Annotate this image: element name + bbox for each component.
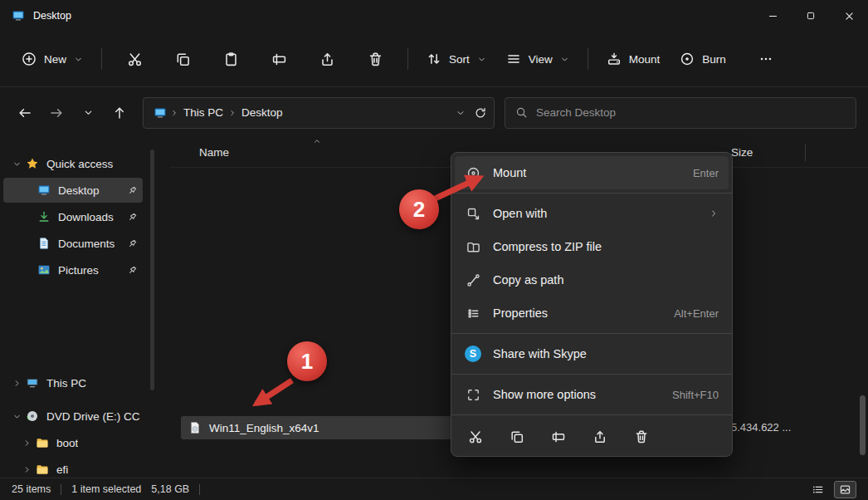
navigation-bar: This PC Desktop [0,87,868,138]
context-menu-item-properties[interactable]: Properties Alt+Enter [455,297,729,330]
delete-button[interactable] [357,43,393,75]
context-rename-button[interactable] [543,423,573,451]
dvd-disc-icon [25,409,40,423]
sidebar-item-efi[interactable]: efi [3,457,143,478]
chevron-down-icon [477,55,486,64]
pin-icon [127,238,138,249]
chevron-right-icon[interactable] [18,439,35,448]
chevron-down-icon[interactable] [8,412,25,421]
details-view-icon [812,483,824,496]
sidebar-label: DVD Drive (E:) CC [46,410,140,423]
maximize-button[interactable] [792,0,830,32]
file-row-selected[interactable]: Win11_English_x64v1 [181,416,451,439]
breadcrumb-desktop[interactable]: Desktop [237,103,288,122]
sidebar-item-desktop[interactable]: Desktop [3,178,143,203]
share-icon [592,429,607,444]
step-number: 1 [301,349,313,375]
context-menu-label: Share with Skype [493,347,587,360]
details-view-button[interactable] [807,481,829,498]
sidebar-item-this-pc[interactable]: This PC [3,370,143,395]
sidebar-item-downloads[interactable]: Downloads [3,204,143,229]
up-button[interactable] [105,99,134,127]
forward-button[interactable] [41,99,71,127]
up-arrow-icon [112,105,127,120]
sidebar-item-dvd-drive[interactable]: DVD Drive (E:) CC [3,404,143,429]
thumbnail-view-button[interactable] [834,481,856,498]
folder-icon [35,463,50,476]
address-bar[interactable]: This PC Desktop [143,97,495,129]
sidebar-label: efi [56,463,68,476]
back-button[interactable] [10,99,40,127]
close-button[interactable] [830,0,868,32]
vertical-scrollbar[interactable] [860,395,866,455]
sort-ascending-icon [313,137,321,145]
recent-locations-button[interactable] [73,99,103,127]
chevron-down-icon [560,55,569,64]
new-label: New [44,53,66,66]
search-input[interactable] [536,106,846,119]
open-with-icon [465,207,481,221]
sidebar-item-quick-access[interactable]: Quick access [3,151,143,176]
window-title: Desktop [33,10,71,22]
cut-button[interactable] [116,43,153,75]
annotation-step-1: 1 [287,341,327,381]
trash-icon [368,51,383,67]
context-menu-shortcut: Shift+F10 [672,389,719,401]
context-menu-item-open-with[interactable]: Open with [455,197,729,230]
burn-button[interactable]: Burn [670,44,736,74]
chevron-right-icon[interactable] [18,465,35,474]
context-menu-label: Mount [493,166,526,179]
chevron-down-icon [74,55,83,64]
context-delete-button[interactable] [626,423,656,451]
paste-button[interactable] [212,43,249,75]
scissors-icon [127,51,143,67]
rename-icon [551,429,566,444]
plus-circle-icon [22,51,37,66]
sidebar-item-boot[interactable]: boot [3,430,143,455]
status-bar: 25 items 1 item selected 5,18 GB [0,478,868,500]
context-menu-label: Copy as path [493,273,563,287]
view-button[interactable]: View [496,44,579,74]
refresh-icon[interactable] [474,106,487,120]
location-icon [154,106,167,120]
sidebar-item-pictures[interactable]: Pictures [3,257,143,282]
pin-icon [127,265,138,276]
file-size: 5.434.622 ... [731,416,791,439]
new-button[interactable]: New [12,44,93,74]
context-menu-item-mount[interactable]: Mount Enter [455,156,729,189]
context-share-button[interactable] [584,423,615,451]
download-icon [37,210,51,223]
sidebar-scrollbar[interactable] [150,150,154,390]
paste-icon [223,51,239,67]
mount-button[interactable]: Mount [597,44,671,74]
properties-icon [465,306,481,321]
column-header-size[interactable]: Size [731,146,753,159]
copy-button[interactable] [164,43,201,75]
context-menu-item-copy-as-path[interactable]: Copy as path [455,263,729,297]
column-header-name[interactable]: Name [199,146,229,159]
sidebar-label: Documents [58,238,115,250]
desktop-window-icon [12,9,25,22]
context-menu-label: Show more options [493,388,596,401]
context-menu-item-share-skype[interactable]: S Share with Skype [455,337,729,370]
burn-icon [680,51,695,66]
search-box[interactable] [505,97,856,129]
chevron-down-icon[interactable] [8,159,25,169]
mount-icon [465,166,481,180]
more-options-button[interactable] [748,43,784,75]
column-divider[interactable] [805,145,806,161]
context-menu-item-compress-zip[interactable]: Compress to ZIP file [455,230,729,263]
sidebar-item-documents[interactable]: Documents [3,231,143,256]
context-menu-label: Properties [493,306,548,320]
context-menu-item-show-more-options[interactable]: Show more options Shift+F10 [455,378,729,411]
minimize-button[interactable] [753,0,792,32]
chevron-right-icon[interactable] [8,379,25,388]
share-button[interactable] [309,43,345,75]
rename-button[interactable] [261,43,297,75]
sidebar-label: Quick access [46,158,113,170]
context-copy-button[interactable] [501,423,532,451]
context-cut-button[interactable] [460,423,490,451]
breadcrumb-this-pc[interactable]: This PC [178,103,228,122]
address-dropdown-icon[interactable] [456,108,466,118]
sort-button[interactable]: Sort [417,44,496,74]
